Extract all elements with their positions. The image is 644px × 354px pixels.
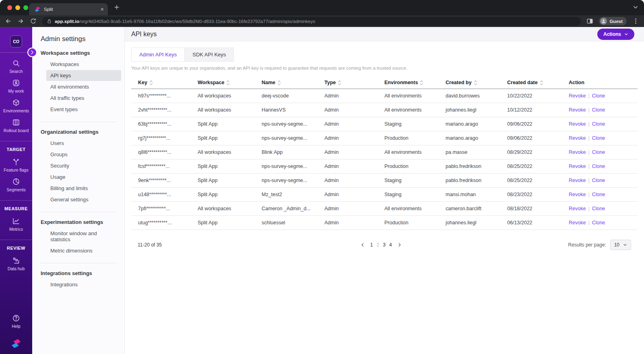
revoke-link[interactable]: Revoke [569, 135, 586, 141]
column-header-environments[interactable]: Environments [384, 80, 446, 85]
table-row: rg7j**********...Split Appnps-survey-seg… [131, 131, 638, 145]
nav-item-usage[interactable]: Usage [46, 172, 121, 182]
org-badge[interactable]: CO [10, 35, 22, 48]
revoke-link[interactable]: Revoke [569, 164, 586, 169]
sidebar-item-metrics[interactable]: Metrics [0, 217, 32, 232]
column-label: Name [262, 80, 275, 85]
clone-link[interactable]: Clone [592, 164, 605, 169]
cell-type: Admin [324, 164, 384, 169]
api-keys-description: Your API keys are unique to your organiz… [131, 66, 638, 70]
nav-item-integrations[interactable]: Integrations [46, 279, 121, 290]
page-button-1[interactable]: 1 [370, 242, 373, 248]
nav-item-api-keys[interactable]: API keys [46, 70, 121, 81]
revoke-link[interactable]: Revoke [569, 93, 586, 99]
forward-button[interactable] [17, 18, 24, 25]
next-page-icon[interactable] [397, 242, 402, 247]
back-button[interactable] [5, 18, 12, 25]
nav-item-all-environments[interactable]: All environments [46, 81, 121, 92]
revoke-link[interactable]: Revoke [569, 206, 586, 211]
url-path: /org/4d3405a0-9ca5-11e5-9706-16a11fb02de… [79, 19, 315, 24]
nav-item-users[interactable]: Users [46, 138, 121, 149]
cell-created-by: johannes.liegl [446, 220, 507, 226]
cell-type: Admin [324, 178, 384, 183]
sidebar-item-data-hub[interactable]: Data hub [0, 257, 32, 271]
page-button-3[interactable]: 3 [383, 242, 386, 248]
nav-item-event-types[interactable]: Event types [46, 104, 121, 115]
cell-created-date: 10/12/2022 [507, 107, 569, 113]
cell-created-by: mariano.arago [446, 121, 507, 127]
sidebar-item-segments[interactable]: Segments [0, 178, 32, 192]
clone-link[interactable]: Clone [592, 107, 605, 113]
column-header-type[interactable]: Type [324, 80, 384, 85]
nav-item-workspaces[interactable]: Workspaces [46, 59, 121, 70]
page-button-4[interactable]: 4 [389, 242, 392, 248]
revoke-link[interactable]: Revoke [569, 121, 586, 127]
cell-workspace: Split App [198, 164, 262, 169]
lock-icon[interactable] [47, 19, 52, 24]
sidebar-item-environments[interactable]: Environments [0, 99, 32, 113]
cell-created-date: 08/23/2022 [507, 192, 569, 197]
cell-workspace: Split App [198, 121, 262, 127]
nav-item-general-settings[interactable]: General settings [46, 194, 121, 205]
page-button-2[interactable]: 2 [377, 242, 380, 248]
revoke-link[interactable]: Revoke [569, 107, 586, 113]
sort-icon [226, 80, 230, 85]
sidebar-item-help[interactable]: Help [0, 314, 32, 329]
clone-link[interactable]: Clone [592, 93, 605, 99]
split-view-icon[interactable] [586, 18, 593, 25]
results-per-page: Results per page: 10 [384, 240, 631, 250]
sidebar-item-my-work[interactable]: My work [0, 79, 32, 93]
tab-close-icon[interactable]: × [101, 6, 104, 12]
column-header-created-date[interactable]: Created date [507, 80, 569, 85]
cell-created-date: 08/29/2022 [507, 149, 569, 155]
sidebar-item-feature-flags[interactable]: Feature flags [0, 158, 32, 172]
window-minimize-button[interactable] [15, 5, 20, 10]
revoke-link[interactable]: Revoke [569, 220, 586, 226]
new-tab-button[interactable] [114, 4, 120, 10]
column-header-workspace[interactable]: Workspace [198, 80, 262, 85]
revoke-link[interactable]: Revoke [569, 192, 586, 197]
cell-created-date: 08/18/2022 [507, 206, 569, 211]
address-bar[interactable]: app.split.io/org/4d3405a0-9ca5-11e5-9706… [42, 17, 581, 26]
data-hub-icon [12, 257, 20, 265]
nav-item-metric-dimensions[interactable]: Metric dimensions [46, 245, 121, 256]
clone-link[interactable]: Clone [592, 121, 605, 127]
browser-tab[interactable]: Split × [29, 3, 108, 15]
tab-sdk-api-keys[interactable]: SDK API Keys [184, 48, 234, 62]
metrics-icon [12, 217, 20, 225]
admin-settings-nav: Admin settings Workspace settingsWorkspa… [32, 27, 125, 354]
revoke-link[interactable]: Revoke [569, 178, 586, 183]
cell-workspace: All workspaces [198, 93, 262, 99]
sidebar-item-rollout-board[interactable]: Rollout board [0, 118, 32, 133]
previous-page-icon[interactable] [360, 242, 365, 247]
actions-button[interactable]: Actions [597, 29, 634, 40]
reload-button[interactable] [30, 18, 37, 25]
window-close-button[interactable] [7, 5, 12, 10]
revoke-link[interactable]: Revoke [569, 149, 586, 155]
clone-link[interactable]: Clone [592, 149, 605, 155]
nav-item-monitor-window-and-statistics[interactable]: Monitor window and statistics [46, 228, 121, 245]
sort-icon [474, 80, 477, 85]
sidebar-item-search[interactable]: Search [0, 59, 32, 74]
results-per-page-select[interactable]: 10 [610, 240, 631, 250]
nav-item-groups[interactable]: Groups [46, 149, 121, 160]
sidebar-divider [0, 200, 32, 201]
column-header-created-by[interactable]: Created by [446, 80, 507, 85]
browser-menu-icon[interactable] [632, 18, 639, 25]
browser-profile-button[interactable]: Guest [599, 17, 627, 25]
search-icon [12, 59, 20, 67]
clone-link[interactable]: Clone [592, 220, 605, 226]
nav-item-billing-and-limits[interactable]: Billing and limits [46, 183, 121, 194]
tab-search-chevron-icon[interactable] [633, 4, 638, 10]
column-header-key[interactable]: Key [131, 80, 198, 85]
clone-link[interactable]: Clone [592, 135, 605, 141]
clone-link[interactable]: Clone [592, 178, 605, 183]
clone-link[interactable]: Clone [592, 192, 605, 197]
nav-item-all-traffic-types[interactable]: All traffic types [46, 93, 121, 104]
sidebar-expand-button[interactable] [27, 48, 37, 57]
column-header-name[interactable]: Name [262, 80, 324, 85]
clone-link[interactable]: Clone [592, 206, 605, 211]
nav-item-security[interactable]: Security [46, 160, 121, 171]
window-zoom-button[interactable] [23, 5, 28, 10]
tab-admin-api-keys[interactable]: Admin API Keys [131, 48, 185, 62]
